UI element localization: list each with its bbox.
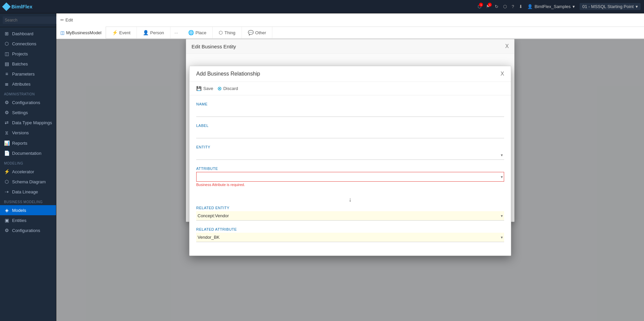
sidebar-item-versions[interactable]: ⧖ Versions <box>0 128 56 138</box>
attribute-select[interactable] <box>196 172 504 182</box>
sidebar-item-label: Settings <box>12 110 28 115</box>
model-tab[interactable]: ◫ MyBusinessModel <box>56 27 106 39</box>
related-entity-label: RELATED ENTITY <box>196 206 504 210</box>
related-attribute-select-wrap: ▾ <box>196 233 504 242</box>
tab-place[interactable]: 🌐 Place <box>182 27 213 38</box>
app-layout: 🔍 + « ⊞ Dashboard ⬡ Connections ◫ Projec… <box>0 13 644 321</box>
flag-icon[interactable]: ⚑ 1 <box>486 4 490 9</box>
sidebar-item-label: Configurations <box>12 228 40 233</box>
activity-badge: 1 <box>479 3 483 7</box>
sidebar-item-schema-diagram[interactable]: ⬡ Schema Diagram <box>0 177 56 187</box>
tabs-bar: ◫ MyBusinessModel ⚡ Event 👤 Person ··· 🌐… <box>56 27 644 39</box>
attribute-error-message: Business Attribute is required. <box>196 183 504 187</box>
dialog-add-relationship-close-button[interactable]: X <box>500 71 504 77</box>
sidebar-item-documentation[interactable]: 📄 Documentation <box>0 148 56 158</box>
tab-thing[interactable]: ⬡ Thing <box>213 27 242 38</box>
settings-icon: ⚙ <box>4 110 9 115</box>
sidebar-item-parameters[interactable]: ≡ Parameters <box>0 69 56 79</box>
batches-icon: ▤ <box>4 61 9 66</box>
tab-event[interactable]: ⚡ Event <box>106 27 137 38</box>
edit-button[interactable]: ✏ Edit <box>60 17 73 22</box>
sidebar-item-label: Versions <box>12 130 29 135</box>
form-body: NAME LABEL ENTITY ▾ <box>190 95 511 256</box>
user-section[interactable]: 👤 BimlFlex_Samples ▾ <box>527 4 575 9</box>
attribute-select-wrap: ▾ <box>196 172 504 182</box>
dialog-add-relationship-title: Add Business Relationship <box>196 71 260 77</box>
refresh-icon[interactable]: ↻ <box>495 4 498 9</box>
user-label: BimlFlex_Samples <box>535 4 571 9</box>
sidebar-item-reports[interactable]: 📊 Reports <box>0 138 56 148</box>
documentation-icon: 📄 <box>4 150 9 156</box>
related-attribute-field-group: RELATED ATTRIBUTE ▾ <box>196 227 504 242</box>
person-tab-icon: 👤 <box>143 30 149 35</box>
tab-label: Person <box>150 30 164 35</box>
admin-section-label: ADMINISTRATION <box>0 89 56 97</box>
sidebar-item-projects[interactable]: ◫ Projects <box>0 49 56 59</box>
brand-name: BimlFlex <box>11 4 33 9</box>
tab-other[interactable]: 💬 Other <box>242 27 273 38</box>
top-bar-right: ⬡ 1 ⚑ 1 ↻ ⬡ ? ⬇ 👤 BimlFlex_Samples ▾ 01 … <box>478 3 641 10</box>
related-entity-select[interactable] <box>196 211 504 221</box>
database-icon[interactable]: ⬡ <box>503 4 507 9</box>
sidebar-item-label: Batches <box>12 61 28 66</box>
sidebar-nav: ⊞ Dashboard ⬡ Connections ◫ Projects ▤ B… <box>0 27 56 321</box>
model-tab-label: MyBusinessModel <box>66 30 102 35</box>
sidebar-item-settings[interactable]: ⚙ Settings <box>0 107 56 118</box>
save-button[interactable]: 💾 Save <box>196 86 213 91</box>
sidebar-item-entities[interactable]: ▣ Entities <box>0 215 56 225</box>
dialog-edit-entity-close-button[interactable]: X <box>505 43 509 49</box>
thing-tab-icon: ⬡ <box>219 30 223 35</box>
flag-badge: 1 <box>488 3 492 7</box>
data-type-mappings-icon: ⇄ <box>4 120 9 125</box>
event-tab-icon: ⚡ <box>112 30 118 35</box>
label-input[interactable] <box>196 129 504 138</box>
activity-icon[interactable]: ⬡ 1 <box>478 4 481 9</box>
sidebar-search: 🔍 + « <box>0 13 56 27</box>
sidebar-item-label: Data Type Mappings <box>12 120 52 125</box>
name-input[interactable] <box>196 107 504 117</box>
place-tab-icon: 🌐 <box>188 30 194 35</box>
sidebar-item-dashboard[interactable]: ⊞ Dashboard <box>0 29 56 39</box>
name-field-group: NAME <box>196 102 504 117</box>
discard-button[interactable]: ⊗ Discard <box>217 85 238 92</box>
dialog-add-relationship-header: Add Business Relationship X <box>190 66 511 82</box>
connections-icon: ⬡ <box>4 41 9 46</box>
content-area: Edit Business Entity X Add Business Rela… <box>56 39 644 321</box>
tab-label: Place <box>196 30 207 35</box>
help-icon[interactable]: ? <box>512 4 514 9</box>
sidebar-item-bm-configurations[interactable]: ⚙ Configurations <box>0 225 56 235</box>
model-tab-icon: ◫ <box>60 30 64 35</box>
modeling-section-label: MODELING <box>0 158 56 167</box>
dashboard-icon: ⊞ <box>4 31 9 36</box>
brand-diamond-icon <box>2 2 10 11</box>
download-icon[interactable]: ⬇ <box>519 4 523 9</box>
tab-person[interactable]: 👤 Person <box>137 27 170 38</box>
label-label: LABEL <box>196 124 504 128</box>
attribute-label: ATTRIBUTE <box>196 167 504 171</box>
sidebar-item-configurations[interactable]: ⚙ Configurations <box>0 97 56 107</box>
sidebar-item-label: Reports <box>12 141 28 146</box>
related-attribute-select[interactable] <box>196 233 504 242</box>
sidebar-item-attributes[interactable]: ≣ Attributes <box>0 79 56 89</box>
sidebar-item-models[interactable]: ◈ Models <box>0 205 56 215</box>
parameters-icon: ≡ <box>4 71 9 77</box>
env-section[interactable]: 01 - MSSQL Starting Point ▾ <box>580 3 641 10</box>
env-chevron-icon: ▾ <box>636 4 638 9</box>
entity-label: ENTITY <box>196 145 504 149</box>
search-input[interactable] <box>3 16 57 24</box>
user-icon: 👤 <box>527 4 533 9</box>
sidebar-item-data-type-mappings[interactable]: ⇄ Data Type Mappings <box>0 118 56 128</box>
sidebar-item-accelerator[interactable]: ⚡ Accelerator <box>0 167 56 177</box>
sidebar-item-data-lineage[interactable]: ⇢ Data Lineage <box>0 187 56 197</box>
entity-select[interactable] <box>196 150 504 160</box>
tab-label: Thing <box>224 30 235 35</box>
sidebar-item-label: Entities <box>12 218 26 223</box>
dialog-edit-entity-header: Edit Business Entity X <box>186 39 514 54</box>
tab-dots[interactable]: ··· <box>170 30 182 35</box>
schema-diagram-icon: ⬡ <box>4 179 9 184</box>
sidebar-item-connections[interactable]: ⬡ Connections <box>0 39 56 49</box>
related-entity-field-group: RELATED ENTITY ▾ <box>196 206 504 221</box>
sidebar-item-batches[interactable]: ▤ Batches <box>0 59 56 69</box>
models-icon: ◈ <box>4 208 9 213</box>
discard-icon: ⊗ <box>217 85 222 92</box>
